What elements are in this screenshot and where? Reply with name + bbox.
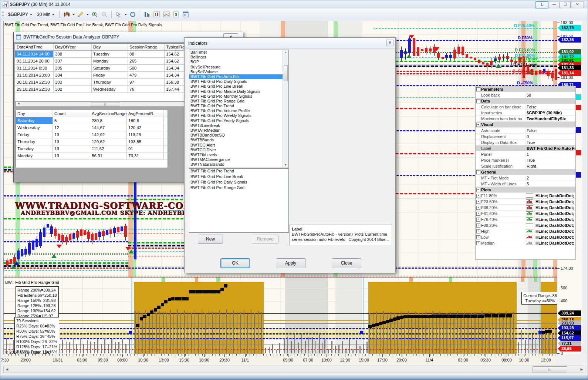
scrollbar-thumb[interactable]: ||| bbox=[90, 102, 120, 107]
indicator-list-item[interactable]: BOP bbox=[189, 60, 288, 64]
indicator-list-item[interactable]: BuySellPressure bbox=[189, 65, 288, 70]
indicator-list-item[interactable]: BWTNaturalBands bbox=[189, 162, 288, 167]
property-row[interactable]: MT - Plot Mode2 bbox=[476, 175, 575, 181]
table-row[interactable]: Monday1386,3170,31 bbox=[16, 152, 168, 159]
indicator-list-item[interactable]: BarTimer bbox=[189, 50, 288, 55]
output-window-icon[interactable] bbox=[182, 10, 190, 19]
column-header[interactable]: DayOfYear bbox=[54, 44, 92, 50]
scroll-left-arrow[interactable]: ◀ bbox=[16, 101, 21, 106]
column-header[interactable]: AvgPercentR bbox=[127, 110, 164, 117]
apply-button[interactable]: Apply bbox=[276, 258, 305, 268]
new-button[interactable]: New bbox=[198, 235, 223, 244]
indicator-list-item[interactable]: BWT Fib Grid Pro Yearly Signals bbox=[189, 118, 288, 123]
configured-indicator-item[interactable]: BWT Fib Grid Pro Line Break bbox=[189, 174, 288, 180]
column-header[interactable]: DateAndTime bbox=[15, 44, 54, 50]
configured-indicators-list[interactable]: BWT Fib Grid Pro TrendBWT Fib Grid Pro L… bbox=[189, 168, 289, 233]
property-row[interactable]: Maximum bars look baTwoHundredFiftySix bbox=[476, 116, 575, 122]
configured-indicator-item[interactable]: BWT Fib Grid Pro Range Grid bbox=[189, 185, 288, 191]
property-row[interactable]: Price marker(s)True bbox=[476, 157, 575, 163]
chart-trader-icon[interactable] bbox=[143, 10, 151, 19]
property-row[interactable]: Displacement0 bbox=[476, 134, 575, 139]
plot-row[interactable]: +LowHLine; DashDotDot; bbox=[476, 234, 575, 240]
candlestick-style-icon[interactable] bbox=[62, 10, 71, 19]
indicator-list-item[interactable]: BWTBBandOscSQ bbox=[189, 133, 288, 138]
indicator-list-item[interactable]: BWTCCIDiver bbox=[189, 148, 288, 152]
zoom-out-icon[interactable] bbox=[100, 10, 108, 19]
list-scrollbar[interactable]: ▲ ▼ bbox=[283, 50, 288, 168]
indicator-list-item[interactable]: BWTMAConvergance bbox=[189, 157, 288, 162]
minimize-button[interactable]: — bbox=[549, 1, 560, 8]
close-dialog-button[interactable]: Close bbox=[332, 258, 361, 268]
dollar-icon[interactable]: $ bbox=[172, 10, 180, 19]
horizontal-scrollbar[interactable]: ◀ ||| ▶ bbox=[3, 366, 585, 373]
available-indicators-list[interactable]: ▲ ▼ BarTimerBollingerBOPBuySellPressureB… bbox=[189, 50, 289, 168]
property-section[interactable]: −Plots bbox=[476, 187, 575, 193]
dialog-close-button[interactable]: ✘ bbox=[386, 40, 393, 46]
dialog-title-bar[interactable]: Indicators ✘ bbox=[185, 38, 395, 48]
table-row[interactable]: Wednesday12144,67120,42 bbox=[16, 124, 168, 131]
property-section[interactable]: −Data bbox=[476, 98, 575, 104]
property-section[interactable]: −Visual bbox=[476, 122, 575, 128]
column-header[interactable]: Day bbox=[16, 110, 53, 117]
property-section[interactable]: −Parameters bbox=[476, 86, 575, 92]
plot-row[interactable]: +HighHLine; DashDotDot; bbox=[476, 228, 575, 234]
indicator-list-item[interactable]: BWT Fib Grid Pro Monthly Signals bbox=[189, 94, 288, 99]
indicator-list-item[interactable]: BWTFibLevels bbox=[189, 152, 288, 157]
plot-row[interactable]: +F11.80%HLine; DashDotDot; bbox=[476, 193, 575, 199]
indicator-list-item[interactable]: BWT3LineBreak bbox=[189, 123, 288, 128]
indicator-list-item[interactable]: BWT Fib Grid Pro Daily Signals bbox=[189, 79, 288, 84]
market-analyzer-icon[interactable] bbox=[153, 10, 161, 19]
column-header[interactable]: Count bbox=[53, 110, 90, 117]
column-header[interactable]: SessionRange bbox=[128, 44, 165, 50]
property-row[interactable]: LabelBWT Fib Grid Pro Auto Fi bbox=[476, 145, 575, 151]
plot-row[interactable]: +F88.20%HLine; DashDotDot; bbox=[476, 222, 575, 228]
indicator-list-item[interactable]: Bollinger bbox=[189, 55, 288, 60]
scroll-right-arrow[interactable]: ▶ bbox=[579, 367, 584, 372]
chevron-down-icon[interactable] bbox=[86, 14, 89, 15]
property-row[interactable]: Auto scaleFalse bbox=[476, 128, 575, 134]
property-row[interactable]: Display in Data BoxTrue bbox=[476, 139, 575, 145]
configured-indicator-item[interactable]: BWT Fib Grid Pro Trend bbox=[189, 169, 288, 174]
range-grid-panel[interactable]: BWT Fib Grid Pro Range Grid Range 200%=3… bbox=[3, 277, 557, 354]
configured-indicator-item[interactable]: BWT Fib Grid Pro Daily Signals bbox=[189, 180, 288, 185]
column-header[interactable]: AvgSessionRange bbox=[90, 110, 127, 117]
column-header[interactable]: Day bbox=[92, 44, 128, 50]
drawing-tools-icon[interactable] bbox=[77, 10, 85, 19]
property-row[interactable]: Calculate on bar closeFalse bbox=[476, 104, 575, 110]
plot-row[interactable]: +F61.80%HLine; DashDotDot; bbox=[476, 211, 575, 216]
ok-button[interactable]: OK bbox=[220, 258, 250, 268]
instrument-selector[interactable]: $GBPJPY bbox=[7, 11, 34, 18]
indicator-list-item[interactable]: BWTCCIAlert bbox=[189, 143, 288, 148]
scrollbar-thumb[interactable]: ||| bbox=[533, 366, 567, 373]
indicator-list-item[interactable]: BWT Fib Grid Pro Weekly Signals bbox=[189, 113, 288, 118]
indicator-list-item[interactable]: BWT Fib Grid Pro Line Break bbox=[189, 84, 288, 89]
table-row[interactable]: Tuesday13111,6291 bbox=[16, 145, 168, 152]
property-row[interactable]: Panel1 bbox=[476, 151, 575, 157]
scroll-left-arrow[interactable]: ◀ bbox=[4, 367, 10, 372]
property-row[interactable]: Input series$GBPJPY (30 Min) bbox=[476, 110, 575, 116]
table-header[interactable]: DayCountAvgSessionRangeAvgPercentR bbox=[16, 110, 168, 117]
zoom-in-icon[interactable] bbox=[91, 10, 99, 19]
cursor-icon[interactable] bbox=[115, 10, 123, 19]
indicator-list-item[interactable]: BWT Fib Grid Pro Auto Fib bbox=[189, 74, 288, 79]
indicator-list-item[interactable]: BWT Fib Grid Pro Trend bbox=[189, 104, 288, 108]
indicators-dialog[interactable]: Indicators ✘ ▲ ▼ BarTimerBollingerBOPBuy… bbox=[184, 37, 396, 273]
chevron-down-icon[interactable] bbox=[124, 14, 127, 15]
properties-grid[interactable]: −ParametersLook back50−DataCalculate on … bbox=[475, 86, 576, 260]
mini-chart-icon[interactable] bbox=[162, 10, 170, 19]
indicator-list-item[interactable]: BuySellVolume bbox=[189, 70, 288, 74]
restore-button[interactable]: ☐ bbox=[560, 1, 571, 8]
indicator-list-item[interactable]: BWT Fib Grid Pro Minute Daily Signals bbox=[189, 89, 288, 94]
day-stats-table[interactable]: DayCountAvgSessionRangeAvgPercentRSaturd… bbox=[16, 110, 168, 168]
toolbar-grip[interactable] bbox=[2, 11, 4, 18]
property-row[interactable]: MT - Width of Lines5 bbox=[476, 181, 575, 187]
property-section[interactable]: −General bbox=[476, 169, 575, 175]
close-button[interactable]: ✕ bbox=[571, 1, 584, 8]
data-box-icon[interactable] bbox=[129, 10, 137, 19]
plot-row[interactable]: +MedianHLine; DashDotDot; bbox=[476, 240, 575, 246]
indicator-list-item[interactable]: BWT Fib Grid Pro Range Grid bbox=[189, 99, 288, 104]
indicator-list-item[interactable]: BWTATRMedian bbox=[189, 128, 288, 133]
plot-row[interactable]: +F76.40%HLine; DashDotDot; bbox=[476, 216, 575, 222]
time-axis[interactable]: 7:3020:0010/3103:0005:3008:0010:3013:001… bbox=[3, 354, 557, 365]
table-row[interactable]: Friday13142,92113,23 bbox=[16, 131, 168, 138]
